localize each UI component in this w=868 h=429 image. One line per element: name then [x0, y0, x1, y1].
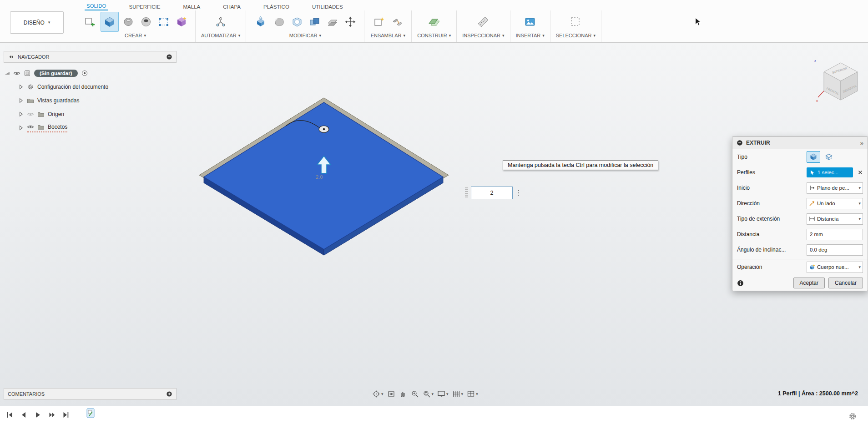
tree-row-document-settings[interactable]: Configuración del documento: [5, 80, 177, 94]
offset-face-button[interactable]: [324, 12, 341, 32]
comments-title: COMENTARIOS: [8, 391, 45, 397]
field-label: Tipo: [737, 154, 747, 160]
viewcube[interactable]: SUPERIOR FRONTAL DERECHA x z: [812, 55, 868, 112]
minimize-panel-icon[interactable]: [166, 54, 172, 60]
expand-arrow-icon[interactable]: [18, 111, 24, 117]
orbit-button[interactable]: ▾: [372, 390, 384, 398]
distance-canvas-input[interactable]: [471, 187, 513, 199]
expand-arrow-icon[interactable]: [18, 125, 24, 131]
pattern-button[interactable]: [156, 12, 172, 32]
direction-value: Un lado: [817, 201, 835, 206]
display-settings-button[interactable]: ▾: [437, 390, 449, 398]
design-workspace-button[interactable]: DISEÑO ▾: [10, 11, 64, 34]
dimension-input-group: [465, 187, 522, 199]
automate-button[interactable]: [212, 12, 230, 32]
fillet-button[interactable]: [271, 12, 288, 32]
construct-plane-button[interactable]: [425, 12, 443, 32]
insert-button[interactable]: [521, 12, 539, 32]
offset-face-icon: [327, 16, 338, 28]
caret-down-icon: ▾: [432, 392, 434, 396]
add-comment-icon[interactable]: [166, 391, 172, 397]
eye-icon[interactable]: [27, 123, 34, 131]
comments-header: COMENTARIOS: [4, 388, 177, 400]
tree-row-origin[interactable]: Origen: [5, 107, 177, 121]
tab-superficie[interactable]: SUPERFICIE: [127, 3, 162, 10]
profiles-selection-chip[interactable]: 1 selec...: [807, 167, 853, 177]
dock-panel-icon[interactable]: »: [860, 140, 863, 146]
viewports-button[interactable]: ▾: [467, 390, 478, 398]
clear-selection-button[interactable]: [858, 170, 863, 175]
pan-button[interactable]: [399, 390, 407, 398]
tab-plastico[interactable]: PLÁSTICO: [262, 3, 291, 10]
group-label-construir[interactable]: CONSTRUIR▾: [417, 33, 451, 38]
combine-button[interactable]: [307, 12, 323, 32]
axis-x-label: x: [816, 99, 818, 103]
accept-button[interactable]: Aceptar: [793, 278, 825, 288]
direction-dropdown[interactable]: Un lado ▾: [807, 198, 863, 209]
root-expand-icon[interactable]: [5, 71, 10, 76]
extrude-button[interactable]: [101, 12, 119, 32]
collapse-panel-icon[interactable]: [8, 54, 14, 60]
timeline-bar: [0, 406, 868, 429]
select-button[interactable]: [566, 12, 585, 32]
group-label-text: CREAR: [125, 33, 142, 38]
group-label-ensamblar[interactable]: ENSAMBLAR▾: [371, 33, 405, 38]
create-sketch-button[interactable]: [81, 12, 99, 32]
tab-utilidades[interactable]: UTILIDADES: [310, 3, 345, 10]
press-pull-button[interactable]: [252, 12, 270, 32]
timeline-settings-button[interactable]: [848, 412, 857, 421]
caret-down-icon: ▾: [404, 34, 406, 38]
start-value: Plano de pe...: [817, 185, 849, 191]
expand-arrow-icon[interactable]: [18, 98, 24, 103]
primitives-button[interactable]: [173, 12, 190, 32]
group-label-inspeccionar[interactable]: INSPECCIONAR▾: [462, 33, 504, 38]
minus-circle-icon[interactable]: [737, 140, 743, 146]
dimension-drag-handle[interactable]: [465, 187, 468, 198]
extrude-type-thin-button[interactable]: [822, 151, 836, 163]
tab-malla[interactable]: MALLA: [181, 3, 202, 10]
measure-button[interactable]: [474, 12, 492, 32]
go-to-end-button[interactable]: [62, 411, 70, 419]
cancel-button[interactable]: Cancelar: [828, 278, 863, 288]
expand-arrow-icon[interactable]: [18, 84, 24, 90]
grid-snap-button[interactable]: ▾: [452, 390, 464, 398]
eye-icon[interactable]: [13, 70, 20, 77]
joint-button[interactable]: [389, 12, 406, 32]
operation-dropdown[interactable]: Cuerpo nue... ▾: [807, 262, 863, 273]
caret-down-icon: ▾: [476, 392, 478, 396]
step-back-button[interactable]: [20, 411, 28, 419]
document-name-badge[interactable]: (Sin guardar): [34, 70, 78, 77]
tree-row-root[interactable]: (Sin guardar): [5, 66, 177, 80]
start-dropdown[interactable]: Plano de pe... ▾: [807, 182, 863, 194]
tab-solido[interactable]: SOLIDO: [85, 2, 108, 10]
step-forward-button[interactable]: [48, 411, 56, 419]
distance-field[interactable]: [807, 229, 863, 240]
group-label-crear[interactable]: CREAR▾: [125, 33, 146, 38]
shell-button[interactable]: [289, 12, 305, 32]
taper-angle-field[interactable]: [807, 244, 863, 256]
extrude-type-solid-button[interactable]: [807, 151, 820, 163]
group-label-insertar[interactable]: INSERTAR▾: [516, 33, 545, 38]
zoom-window-button[interactable]: ▾: [423, 390, 434, 398]
hole-button[interactable]: [138, 12, 154, 32]
extent-type-dropdown[interactable]: Distancia ▾: [807, 213, 863, 225]
timeline-sketch-feature[interactable]: [86, 408, 95, 418]
tree-row-saved-views[interactable]: Vistas guardadas: [5, 94, 177, 107]
group-label-modificar[interactable]: MODIFICAR▾: [289, 33, 321, 38]
tree-row-sketches[interactable]: Bocetos: [5, 121, 177, 135]
dimension-options-button[interactable]: [515, 187, 522, 198]
extrude-dialog-header[interactable]: EXTRUIR »: [732, 137, 868, 149]
look-at-button[interactable]: [387, 390, 395, 398]
activate-component-icon[interactable]: [81, 70, 88, 77]
group-label-seleccionar[interactable]: SELECCIONAR▾: [556, 33, 595, 38]
info-icon[interactable]: [737, 280, 744, 287]
group-label-automatizar[interactable]: AUTOMATIZAR▾: [201, 33, 240, 38]
play-button[interactable]: [34, 411, 42, 419]
move-copy-button[interactable]: [342, 12, 358, 32]
go-to-start-button[interactable]: [5, 411, 14, 419]
revolve-button[interactable]: [120, 12, 136, 32]
tab-chapa[interactable]: CHAPA: [221, 3, 242, 10]
eye-hidden-icon[interactable]: [27, 111, 34, 118]
new-component-button[interactable]: [370, 12, 388, 32]
zoom-button[interactable]: [411, 390, 419, 398]
